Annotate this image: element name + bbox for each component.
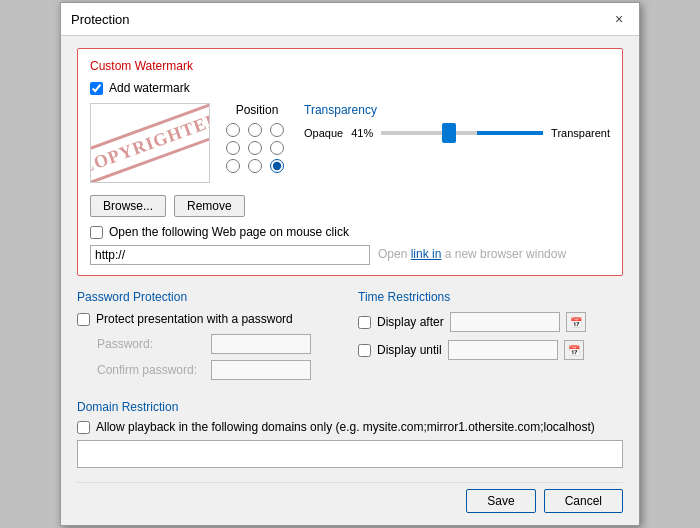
watermark-section: Custom Watermark Add watermark COPYRIGHT…	[77, 48, 623, 276]
position-top-center[interactable]	[248, 123, 262, 137]
display-after-input[interactable]	[450, 312, 560, 332]
add-watermark-label[interactable]: Add watermark	[109, 81, 190, 95]
display-until-row: Display until 📅	[358, 340, 623, 360]
display-until-input[interactable]	[448, 340, 558, 360]
transparency-row: Opaque 41% Transparent	[304, 123, 610, 143]
time-title: Time Restrictions	[358, 290, 623, 304]
display-after-row: Display after 📅	[358, 312, 623, 332]
transparency-section: Transparency Opaque 41% Transparent	[304, 103, 610, 143]
transparency-value: 41%	[351, 127, 373, 139]
transparency-label: Transparency	[304, 103, 610, 117]
open-webpage-label[interactable]: Open the following Web page on mouse cli…	[109, 225, 349, 239]
display-after-checkbox[interactable]	[358, 316, 371, 329]
domain-allow-checkbox[interactable]	[77, 421, 90, 434]
open-link-static: Open	[378, 247, 411, 261]
position-middle-center[interactable]	[248, 141, 262, 155]
save-button[interactable]: Save	[466, 489, 535, 513]
position-middle-left[interactable]	[226, 141, 240, 155]
confirm-input[interactable]	[211, 360, 311, 380]
position-top-left[interactable]	[226, 123, 240, 137]
position-bottom-center[interactable]	[248, 159, 262, 173]
opaque-label: Opaque	[304, 127, 343, 139]
position-top-right[interactable]	[270, 123, 284, 137]
confirm-field-row: Confirm password:	[97, 360, 342, 380]
remove-button[interactable]: Remove	[174, 195, 245, 217]
open-link-label: Open link inOpen link in a new browser w…	[378, 247, 566, 261]
browse-button[interactable]: Browse...	[90, 195, 166, 217]
protect-password-row: Protect presentation with a password	[77, 312, 342, 326]
position-label: Position	[236, 103, 279, 117]
transparent-label: Transparent	[551, 127, 610, 139]
position-middle-right[interactable]	[270, 141, 284, 155]
display-after-label[interactable]: Display after	[377, 315, 444, 329]
cancel-button[interactable]: Cancel	[544, 489, 623, 513]
transparency-slider-container	[381, 123, 543, 143]
open-webpage-row: Open the following Web page on mouse cli…	[90, 225, 610, 239]
dialog-body: Custom Watermark Add watermark COPYRIGHT…	[61, 36, 639, 525]
password-label: Password:	[97, 337, 207, 351]
display-until-label[interactable]: Display until	[377, 343, 442, 357]
transparency-slider[interactable]	[381, 131, 543, 135]
password-fields: Password: Confirm password:	[77, 334, 342, 380]
add-watermark-checkbox[interactable]	[90, 82, 103, 95]
display-after-calendar-button[interactable]: 📅	[566, 312, 586, 332]
protect-password-label[interactable]: Protect presentation with a password	[96, 312, 293, 326]
position-bottom-right[interactable]	[270, 159, 284, 173]
close-button[interactable]: ×	[609, 9, 629, 29]
protect-password-checkbox[interactable]	[77, 313, 90, 326]
watermark-preview: COPYRIGHTED	[90, 103, 210, 183]
footer: Save Cancel	[77, 482, 623, 513]
url-input[interactable]	[90, 245, 370, 265]
password-input[interactable]	[211, 334, 311, 354]
domain-section: Domain Restriction Allow playback in the…	[77, 400, 623, 468]
position-bottom-left[interactable]	[226, 159, 240, 173]
watermark-title: Custom Watermark	[90, 59, 610, 73]
confirm-label: Confirm password:	[97, 363, 207, 377]
password-field-row: Password:	[97, 334, 342, 354]
add-watermark-row: Add watermark	[90, 81, 610, 95]
position-grid	[226, 123, 288, 173]
watermark-controls-row: COPYRIGHTED Position	[90, 103, 610, 183]
domain-input[interactable]	[77, 440, 623, 468]
open-link-text2: a new browser window	[441, 247, 566, 261]
domain-allow-row: Allow playback in the following domains …	[77, 420, 623, 434]
display-until-checkbox[interactable]	[358, 344, 371, 357]
time-section: Time Restrictions Display after 📅 Displa…	[358, 290, 623, 386]
password-title: Password Protection	[77, 290, 342, 304]
protection-dialog: Protection × Custom Watermark Add waterm…	[60, 2, 640, 526]
open-webpage-checkbox[interactable]	[90, 226, 103, 239]
domain-title: Domain Restriction	[77, 400, 623, 414]
time-rows: Display after 📅 Display until 📅	[358, 312, 623, 360]
domain-allow-label[interactable]: Allow playback in the following domains …	[96, 420, 595, 434]
display-until-calendar-button[interactable]: 📅	[564, 340, 584, 360]
open-webpage-section: Open the following Web page on mouse cli…	[90, 225, 610, 265]
watermark-buttons: Browse... Remove	[90, 195, 610, 217]
dialog-title: Protection	[71, 12, 130, 27]
position-section: Position	[226, 103, 288, 173]
open-link-anchor: link in	[411, 247, 442, 261]
watermark-stamp-text: COPYRIGHTED	[90, 103, 210, 183]
password-section: Password Protection Protect presentation…	[77, 290, 342, 386]
title-bar: Protection ×	[61, 3, 639, 36]
lower-sections: Password Protection Protect presentation…	[77, 290, 623, 386]
